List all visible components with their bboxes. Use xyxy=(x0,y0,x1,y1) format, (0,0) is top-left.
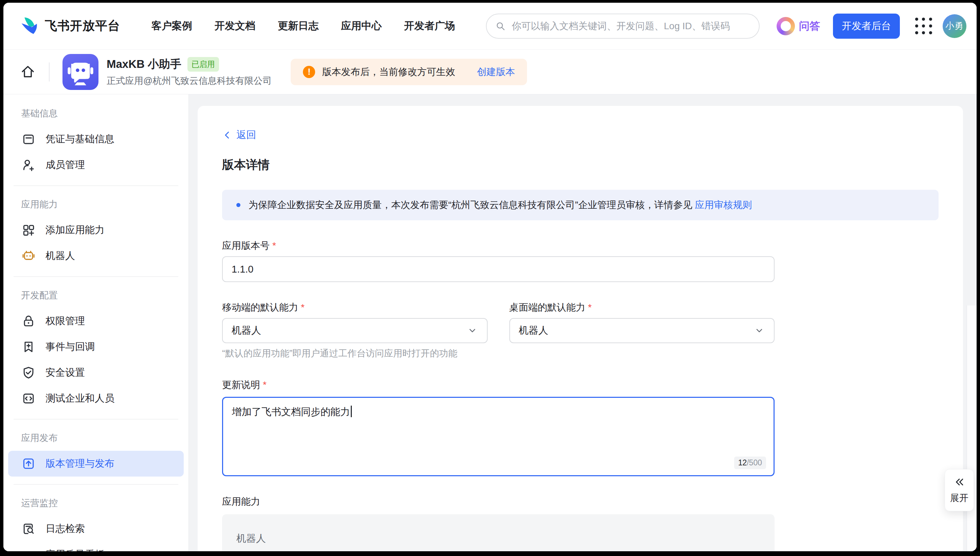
sidebar-section-label: 开发配置 xyxy=(21,289,188,301)
sidebar-item-label: 成员管理 xyxy=(45,158,85,172)
chevron-up-icon[interactable] xyxy=(158,548,171,551)
sidebar-item-quality-dashboard[interactable]: 应用质量看板 xyxy=(8,542,184,551)
text-cursor xyxy=(351,406,352,417)
sidebar-item-label: 机器人 xyxy=(45,249,75,263)
topnav-item[interactable]: 客户案例 xyxy=(152,19,192,33)
mobile-capability-label: 移动端的默认能力* xyxy=(222,301,488,314)
developer-console-button[interactable]: 开发者后台 xyxy=(833,14,900,39)
chevron-down-icon xyxy=(467,325,478,336)
search-input[interactable] xyxy=(511,20,751,32)
sidebar-item-label: 日志检索 xyxy=(45,522,85,536)
brand[interactable]: 飞书开放平台 xyxy=(19,15,120,37)
sidebar-divider xyxy=(14,484,178,485)
sidebar-item-label: 添加应用能力 xyxy=(45,223,105,237)
topnav-item[interactable]: 开发者广场 xyxy=(404,19,455,33)
sidebar-section-label: 应用能力 xyxy=(21,198,188,210)
review-info-banner: 为保障企业数据安全及应用质量，本次发布需要“杭州飞致云信息科技有限公司”企业管理… xyxy=(222,190,939,220)
qa-ring-icon xyxy=(776,17,795,35)
main-content: 返回 版本详情 为保障企业数据安全及应用质量，本次发布需要“杭州飞致云信息科技有… xyxy=(189,94,977,551)
quality-dashboard-icon xyxy=(21,547,36,551)
capability-type: 机器人 xyxy=(236,532,760,545)
global-search[interactable] xyxy=(486,14,760,39)
topnav-menu: 客户案例开发文档更新日志应用中心开发者广场 xyxy=(152,19,455,33)
char-counter: 12/500 xyxy=(734,457,766,469)
sidebar-item-label: 凭证与基础信息 xyxy=(45,133,115,146)
avatar[interactable]: 小勇 xyxy=(943,14,966,38)
review-info-text: 为保障企业数据安全及应用质量，本次发布需要“杭州飞致云信息科技有限公司”企业管理… xyxy=(249,199,752,212)
desktop-capability-label: 桌面端的默认能力* xyxy=(509,301,775,314)
sidebar-item-label: 应用质量看板 xyxy=(45,548,105,551)
update-notes-label: 更新说明* xyxy=(222,378,939,391)
required-marker: * xyxy=(272,240,276,251)
feishu-logo-icon xyxy=(19,15,39,37)
sidebar-item-label: 权限管理 xyxy=(45,314,85,328)
robot-app-icon xyxy=(66,58,94,86)
topnav-item[interactable]: 开发文档 xyxy=(215,19,256,33)
log-search-icon xyxy=(21,521,36,536)
chevron-down-icon xyxy=(754,325,765,336)
event-callback-icon xyxy=(21,339,36,354)
desktop-capability-select[interactable]: 机器人 xyxy=(509,318,775,343)
required-marker: * xyxy=(301,302,305,313)
app-logo xyxy=(63,54,99,90)
divider xyxy=(49,63,50,81)
top-navigation: 飞书开放平台 客户案例开发文档更新日志应用中心开发者广场 问答 开发者后台 小勇 xyxy=(3,3,977,50)
create-version-link[interactable]: 创建版本 xyxy=(477,66,515,78)
back-link[interactable]: 返回 xyxy=(222,128,256,142)
brand-name: 飞书开放平台 xyxy=(45,18,120,34)
topnav-item[interactable]: 更新日志 xyxy=(278,19,319,33)
sidebar-item-security-shield[interactable]: 安全设置 xyxy=(8,360,184,386)
sidebar-section-label: 应用发布 xyxy=(21,432,188,444)
version-number-label: 应用版本号* xyxy=(222,239,939,252)
apps-grid-icon[interactable] xyxy=(915,17,933,35)
app-subtitle: 正式应用@杭州飞致云信息科技有限公司 xyxy=(107,75,272,87)
capability-add-icon xyxy=(21,223,36,238)
review-rules-link[interactable]: 应用审核规则 xyxy=(695,200,752,210)
sidebar-item-label: 安全设置 xyxy=(45,366,85,380)
sidebar-divider xyxy=(14,419,178,420)
security-shield-icon xyxy=(21,365,36,380)
topnav-item[interactable]: 应用中心 xyxy=(341,19,382,33)
page-body: 基础信息凭证与基础信息成员管理应用能力添加应用能力机器人开发配置权限管理事件与回… xyxy=(3,94,977,551)
sidebar-item-test-code[interactable]: 测试企业和人员 xyxy=(8,386,184,411)
sidebar-item-permission-lock[interactable]: 权限管理 xyxy=(8,308,184,334)
sidebar-item-robot[interactable]: 机器人 xyxy=(8,243,184,269)
update-notes-textarea[interactable]: 增加了飞书文档同步的能力 12/500 xyxy=(222,397,775,476)
app-header: MaxKB 小助手 已启用 正式应用@杭州飞致云信息科技有限公司 ! 版本发布后… xyxy=(3,50,977,94)
mobile-capability-select[interactable]: 机器人 xyxy=(222,318,488,343)
sidebar-item-event-callback[interactable]: 事件与回调 xyxy=(8,334,184,360)
permission-lock-icon xyxy=(21,314,36,328)
sidebar-nav: 基础信息凭证与基础信息成员管理应用能力添加应用能力机器人开发配置权限管理事件与回… xyxy=(3,94,189,551)
bullet-dot-icon xyxy=(236,203,240,207)
required-marker: * xyxy=(588,302,592,313)
qa-entry[interactable]: 问答 xyxy=(776,17,820,35)
sidebar-item-version-publish[interactable]: 版本管理与发布 xyxy=(8,451,184,477)
qa-label: 问答 xyxy=(799,19,820,33)
search-icon xyxy=(495,20,506,32)
capability-card: 机器人 已启用 xyxy=(222,514,775,551)
app-meta: MaxKB 小助手 已启用 正式应用@杭州飞致云信息科技有限公司 xyxy=(107,57,272,87)
credential-icon xyxy=(21,132,36,147)
sidebar-section-label: 基础信息 xyxy=(21,107,188,120)
notice-text: 版本发布后，当前修改方可生效 xyxy=(322,66,455,78)
sidebar-item-member-add[interactable]: 成员管理 xyxy=(8,152,184,178)
expand-panel-button[interactable]: 展开 xyxy=(945,469,974,511)
page-title: 版本详情 xyxy=(222,157,939,173)
expand-label: 展开 xyxy=(950,492,969,504)
sidebar-item-capability-add[interactable]: 添加应用能力 xyxy=(8,217,184,243)
test-code-icon xyxy=(21,391,36,406)
app-name: MaxKB 小助手 xyxy=(107,57,181,72)
version-detail-card: 返回 版本详情 为保障企业数据安全及应用质量，本次发布需要“杭州飞致云信息科技有… xyxy=(197,106,963,551)
home-icon[interactable] xyxy=(20,64,36,80)
sidebar-item-credential[interactable]: 凭证与基础信息 xyxy=(8,126,184,152)
default-capability-row: 移动端的默认能力* 机器人 “默认的应用功能”即用户通过工作台访问应用时打开的功… xyxy=(222,301,775,359)
required-marker: * xyxy=(263,380,267,390)
sidebar-item-label: 版本管理与发布 xyxy=(45,457,115,470)
sidebar-divider xyxy=(14,185,178,186)
version-number-input[interactable] xyxy=(222,256,775,282)
sidebar-item-label: 事件与回调 xyxy=(45,340,95,354)
version-notice-banner: ! 版本发布后，当前修改方可生效 创建版本 xyxy=(291,59,527,85)
sidebar-divider xyxy=(14,276,178,277)
sidebar-item-label: 测试企业和人员 xyxy=(45,392,115,405)
sidebar-item-log-search[interactable]: 日志检索 xyxy=(8,516,184,542)
